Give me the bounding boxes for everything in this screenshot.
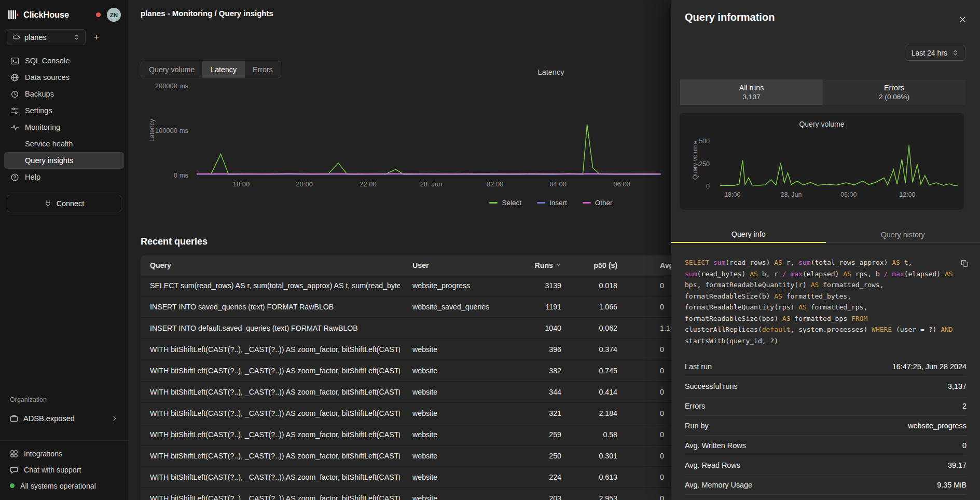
detail-row: Avg. Memory Usage 9.35 MiB xyxy=(685,475,967,494)
page-title: planes - Monitoring / Query insights xyxy=(141,9,273,18)
y-tick-label: 0 ms xyxy=(139,171,188,179)
user-cell: website xyxy=(400,430,512,439)
runs-cell: 250 xyxy=(512,452,563,460)
sidebar-item-data-sources[interactable]: Data sources xyxy=(4,69,124,86)
sidebar-item-label: Data sources xyxy=(25,73,70,82)
sidebar-item-label: Query insights xyxy=(25,156,73,165)
data-sources-icon xyxy=(10,73,19,82)
column-runs[interactable]: Runs xyxy=(512,261,563,269)
p50-cell: 1.066 xyxy=(563,303,620,311)
help-icon xyxy=(10,173,19,182)
user-cell: website xyxy=(400,494,512,500)
detail-value: 0 xyxy=(962,441,967,450)
p50-cell: 0.414 xyxy=(563,388,620,396)
query-cell: SELECT sum(read_rows) AS r, sum(total_ro… xyxy=(141,281,400,290)
p50-cell: 0.062 xyxy=(563,324,620,332)
tab-query-info[interactable]: Query info xyxy=(671,226,826,243)
footer-item-label: Chat with support xyxy=(24,466,81,474)
sql-query-text: SELECT sum(read_rows) AS r, sum(total_ro… xyxy=(685,259,953,345)
detail-value: 9.35 MiB xyxy=(937,481,967,489)
footer-item-label: Integrations xyxy=(24,450,62,458)
integrations-icon xyxy=(10,450,18,458)
sidebar-item-settings[interactable]: Settings xyxy=(4,102,124,119)
terminal-icon xyxy=(10,57,19,65)
runs-cell: 1191 xyxy=(512,303,563,311)
sort-desc-icon xyxy=(556,262,561,268)
brand[interactable]: ClickHouse xyxy=(8,10,69,20)
clickhouse-logo-icon xyxy=(8,10,19,20)
legend-item: Insert xyxy=(537,199,567,207)
sidebar-item-query-insights[interactable]: Query insights xyxy=(4,152,124,169)
x-axis-ticks: 18:0028. Jun06:0012:00 xyxy=(720,191,958,200)
sidebar-item-sql-console[interactable]: SQL Console xyxy=(4,52,124,69)
y-tick-label: 200000 ms xyxy=(139,82,188,90)
column-p50: p50 (s) xyxy=(563,261,620,269)
legend-item: Other xyxy=(583,199,613,207)
stat-tab-value: 2 (0.06%) xyxy=(879,93,909,101)
p50-cell: 0.301 xyxy=(563,452,620,460)
service-selector[interactable]: planes xyxy=(7,29,86,45)
tab-query-history[interactable]: Query history xyxy=(826,226,980,243)
organization-row[interactable]: ADSB.exposed xyxy=(4,409,124,428)
add-service-button[interactable]: + xyxy=(89,29,104,45)
connect-label: Connect xyxy=(57,199,85,208)
x-tick-label: 18:00 xyxy=(724,191,740,198)
panel-tabs: Query info Query history xyxy=(671,226,980,243)
detail-row: Last run 16:47:25, Jun 28 2024 xyxy=(685,357,967,376)
detail-row: Avg. Read Rows 39.17 xyxy=(685,455,967,475)
integrations-item[interactable]: Integrations xyxy=(0,445,128,462)
sidebar-item-backups[interactable]: Backups xyxy=(4,86,124,102)
x-tick-label: 28. Jun xyxy=(420,180,443,188)
y-tick-label: 100000 ms xyxy=(139,127,188,134)
sidebar-nav: SQL Console Data sources Backups Setting… xyxy=(0,52,128,185)
sidebar-header: ClickHouse ZN xyxy=(0,0,128,28)
sidebar-item-label: SQL Console xyxy=(25,57,70,65)
p50-cell: 0.374 xyxy=(563,345,620,354)
detail-value: 3,137 xyxy=(948,382,967,390)
close-panel-button[interactable] xyxy=(957,14,968,24)
sidebar-item-service-health[interactable]: Service health xyxy=(4,136,124,152)
x-tick-label: 28. Jun xyxy=(780,191,802,198)
notification-dot xyxy=(96,12,101,17)
runs-cell: 382 xyxy=(512,367,563,375)
y-tick-label: 0 xyxy=(678,183,710,190)
avatar[interactable]: ZN xyxy=(107,8,121,22)
x-tick-label: 20:00 xyxy=(296,180,313,188)
p50-cell: 0.745 xyxy=(563,367,620,375)
runs-cell: 344 xyxy=(512,388,563,396)
copy-icon xyxy=(961,260,969,267)
time-range-select[interactable]: Last 24 hrs xyxy=(905,45,965,61)
user-cell: website xyxy=(400,367,512,375)
stat-tab[interactable]: Errors 2 (0.06%) xyxy=(823,79,965,105)
detail-row: Avg. Written Rows 0 xyxy=(685,435,967,455)
copy-query-button[interactable] xyxy=(961,260,969,267)
user-cell: website xyxy=(400,409,512,417)
sidebar-item-monitoring[interactable]: Monitoring xyxy=(4,119,124,136)
x-tick-label: 04:00 xyxy=(549,180,567,188)
time-range-value: Last 24 hrs xyxy=(912,49,947,57)
sidebar-item-help[interactable]: Help xyxy=(4,169,124,185)
runs-cell: 224 xyxy=(512,473,563,481)
stat-tab[interactable]: All runs 3,137 xyxy=(680,79,823,105)
p50-cell: 2.184 xyxy=(563,409,620,417)
sidebar-footer: Integrations Chat with support All syste… xyxy=(0,440,128,500)
plug-icon xyxy=(44,200,52,208)
user-cell: website xyxy=(400,452,512,460)
sql-query-block: SELECT sum(read_rows) AS r, sum(total_ro… xyxy=(685,257,967,346)
query-cell: WITH bitShiftLeft(CAST(?..), _CAST(?..))… xyxy=(141,409,400,417)
system-status-item[interactable]: All systems operational xyxy=(0,478,128,494)
user-cell: website xyxy=(400,388,512,396)
chevron-up-down-icon xyxy=(952,49,959,56)
x-tick-label: 22:00 xyxy=(360,180,377,188)
x-tick-label: 18:00 xyxy=(233,180,250,188)
chart-svg xyxy=(720,134,958,186)
detail-row: Successful runs 3,137 xyxy=(685,376,967,396)
chat-support-item[interactable]: Chat with support xyxy=(0,462,128,478)
detail-value: 2 xyxy=(962,402,967,410)
sidebar-item-label: Help xyxy=(25,173,40,181)
chevron-up-down-icon xyxy=(73,34,80,40)
detail-label: Run by xyxy=(685,422,709,430)
connect-button[interactable]: Connect xyxy=(7,195,121,212)
detail-label: Last run xyxy=(685,362,712,371)
query-cell: WITH bitShiftLeft(CAST(?..), _CAST(?..))… xyxy=(141,388,400,396)
